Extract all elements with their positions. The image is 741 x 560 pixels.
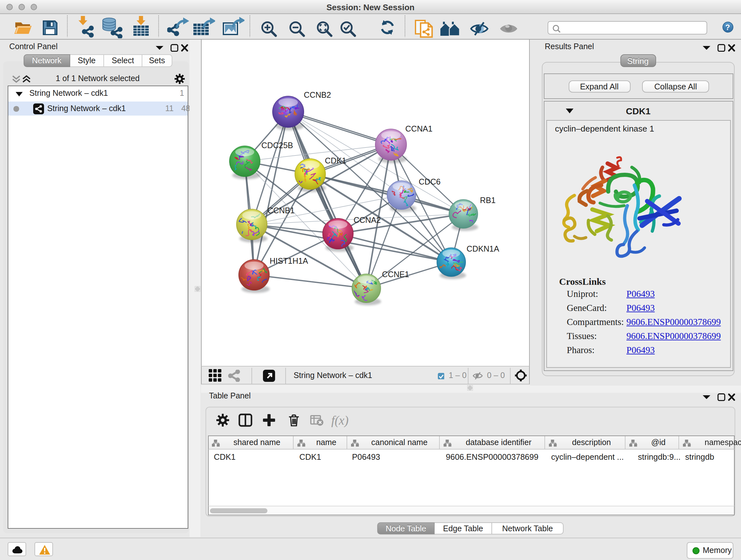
svg-text:HIST1H1A: HIST1H1A [270, 256, 308, 265]
svg-text:CCNB2: CCNB2 [304, 90, 331, 99]
svg-text:f(x): f(x) [331, 414, 348, 427]
svg-text:CCNE1: CCNE1 [382, 270, 409, 279]
svg-text:CDC25B: CDC25B [261, 141, 293, 150]
svg-text:CCNA2: CCNA2 [354, 215, 381, 225]
svg-text:CDKN1A: CDKN1A [467, 244, 499, 253]
svg-text:CCNA1: CCNA1 [405, 124, 432, 133]
svg-text:CDC6: CDC6 [419, 177, 441, 186]
svg-text:CDK1: CDK1 [325, 156, 346, 165]
svg-text:CCNB1: CCNB1 [267, 206, 294, 215]
svg-text:RB1: RB1 [480, 196, 495, 205]
